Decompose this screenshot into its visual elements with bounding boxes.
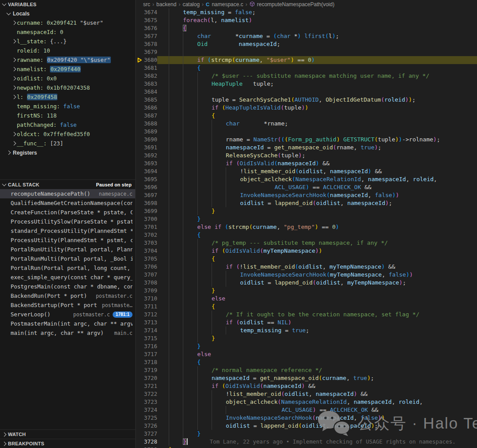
code-line[interactable]: 3723object_aclcheck(NamespaceRelationId,… — [137, 398, 477, 406]
code-line[interactable]: 3706if (!list_member_oid(oidlist, myTemp… — [137, 263, 477, 271]
code-line[interactable]: 3703/* pg_temp --- substitute temp names… — [137, 239, 477, 247]
variables-group-registers[interactable]: Registers — [0, 148, 135, 157]
line-gutter[interactable]: 3727 — [137, 430, 157, 438]
line-number[interactable]: 3687 — [144, 112, 157, 120]
line-number[interactable]: 3692 — [144, 152, 157, 159]
stack-frame[interactable]: ServerLoop()postmaster.c1781:1 — [0, 310, 136, 319]
code-line[interactable]: 3696 ACL_USAGE) == ACLCHECK_OK && — [137, 183, 477, 191]
code-line[interactable]: 3689 — [137, 128, 477, 136]
variables-group-locals[interactable]: Locals — [0, 9, 135, 18]
stack-frame[interactable]: PostgresMain(const char * dbname, const … — [0, 282, 136, 291]
code-line[interactable]: 3711{ — [137, 303, 477, 311]
stack-frame[interactable]: main(int argc, char ** argv)main.c — [0, 328, 136, 338]
line-number[interactable]: 3689 — [144, 128, 157, 136]
line-gutter[interactable]: 3674 — [137, 8, 157, 16]
line-gutter[interactable]: 3698 — [137, 199, 157, 207]
code-line[interactable]: 3677char *curname = (char *) lfirst(l); — [137, 32, 477, 40]
code-line[interactable]: 3708oidlist = lappend_oid(oidlist, myTem… — [137, 279, 477, 287]
twistie-icon[interactable] — [11, 95, 17, 99]
line-gutter[interactable]: 3723 — [137, 398, 157, 406]
stack-frame[interactable]: BackendRun(Port * port)postmaster.c — [0, 291, 136, 300]
line-gutter[interactable]: 3676 — [137, 24, 157, 32]
code-line[interactable]: 3694!list_member_oid(oidlist, namespaceI… — [137, 167, 477, 175]
line-number[interactable]: 3721 — [144, 382, 157, 390]
variable-row[interactable]: firstNS: 118 — [0, 111, 135, 120]
code-line[interactable]: 3693if (OidIsValid(namespaceId) && — [137, 159, 477, 167]
variables-section-header[interactable]: VARIABLES — [0, 0, 135, 9]
code-line[interactable]: 3699} — [137, 207, 477, 215]
line-gutter[interactable]: 3680 — [137, 56, 157, 64]
code-line[interactable]: 3725InvokeNamespaceSearchHook(namespaceI… — [137, 414, 477, 422]
line-number[interactable]: 3700 — [144, 215, 157, 223]
line-gutter[interactable]: 3689 — [137, 128, 157, 136]
line-gutter[interactable]: 3716 — [137, 342, 157, 350]
line-number[interactable]: 3698 — [144, 199, 157, 207]
line-number[interactable]: 3723 — [144, 398, 157, 406]
line-gutter[interactable]: 3677 — [137, 32, 157, 40]
code-line[interactable]: 3685tuple = SearchSysCache1(AUTHOID, Obj… — [137, 96, 477, 104]
line-number[interactable]: 3679 — [144, 48, 157, 56]
twistie-icon[interactable] — [11, 68, 17, 71]
variable-row[interactable]: newpath: 0x1bf02074358 — [0, 83, 135, 92]
line-gutter[interactable]: 3678 — [137, 40, 157, 48]
line-number[interactable]: 3680 — [144, 56, 157, 64]
line-number[interactable]: 3705 — [144, 255, 157, 263]
breakpoints-section-header[interactable]: BREAKPOINTS — [0, 439, 136, 448]
code-line[interactable]: 3715} — [137, 334, 477, 342]
variable-row[interactable]: l: 0x209f458 — [0, 92, 135, 102]
line-number[interactable]: 3694 — [144, 167, 157, 175]
line-number[interactable]: 3710 — [144, 295, 157, 303]
code-line[interactable]: 3729} — [137, 446, 477, 448]
stack-frame[interactable]: ProcessUtilitySlow(ParseState * pstate, … — [0, 217, 136, 226]
twistie-icon[interactable] — [11, 86, 17, 89]
twistie-icon[interactable] — [11, 77, 17, 80]
line-gutter[interactable]: 3697 — [137, 191, 157, 199]
line-number[interactable]: 3674 — [144, 8, 157, 16]
line-gutter[interactable]: 3695 — [137, 175, 157, 183]
line-gutter[interactable]: 3715 — [137, 334, 157, 342]
line-number[interactable]: 3703 — [144, 239, 157, 247]
line-gutter[interactable]: 3706 — [137, 263, 157, 271]
code-line[interactable]: 3702{ — [137, 231, 477, 239]
line-gutter[interactable]: 3687 — [137, 112, 157, 120]
line-gutter[interactable]: 3710 — [137, 295, 157, 303]
code-line[interactable]: 3718{ — [137, 358, 477, 366]
line-number[interactable]: 3707 — [144, 271, 157, 279]
code-line[interactable]: 3684 — [137, 88, 477, 96]
line-number[interactable]: 3697 — [144, 191, 157, 199]
breadcrumb-item[interactable]: src — [143, 1, 150, 8]
line-gutter[interactable]: 3703 — [137, 239, 157, 247]
code-line[interactable]: 3727} — [137, 430, 477, 438]
line-number[interactable]: 3677 — [144, 32, 157, 40]
line-number[interactable]: 3702 — [144, 231, 157, 239]
stack-frame[interactable]: QualifiedNameGetCreationNamespace(const … — [0, 198, 136, 208]
line-gutter[interactable]: 3702 — [137, 231, 157, 239]
line-number[interactable]: 3696 — [144, 183, 157, 191]
line-gutter[interactable]: 3699 — [137, 207, 157, 215]
line-number[interactable]: 3676 — [144, 24, 157, 32]
variable-row[interactable]: __func__: [23] — [0, 139, 135, 148]
line-gutter[interactable]: 3704 — [137, 247, 157, 255]
stack-frame[interactable]: standard_ProcessUtility(PlannedStmt * ps… — [0, 226, 136, 235]
line-number[interactable]: 3675 — [144, 16, 157, 24]
line-number[interactable]: 3684 — [144, 88, 157, 96]
code-line[interactable]: 3683HeapTuple tuple; — [137, 80, 477, 88]
line-number[interactable]: 3688 — [144, 120, 157, 128]
line-number[interactable]: 3712 — [144, 311, 157, 319]
variable-row[interactable]: curname: 0x209f421 "$user" — [0, 18, 135, 27]
line-number[interactable]: 3681 — [144, 64, 157, 72]
line-gutter[interactable]: 3719 — [137, 366, 157, 374]
line-number[interactable]: 3716 — [144, 342, 157, 350]
twistie-icon[interactable] — [11, 21, 17, 24]
line-gutter[interactable]: 3729 — [137, 446, 157, 448]
line-gutter[interactable]: 3709 — [137, 287, 157, 295]
line-number[interactable]: 3693 — [144, 159, 157, 167]
line-gutter[interactable]: 3690 — [137, 136, 157, 144]
line-gutter[interactable]: 3714 — [137, 327, 157, 334]
line-gutter[interactable]: 3725 — [137, 414, 157, 422]
code-line[interactable]: 3680if (strcmp(curname, "$user") == 0) — [137, 56, 477, 64]
breadcrumb-item[interactable]: backend — [156, 1, 176, 8]
code-line[interactable]: 3681{ — [137, 64, 477, 72]
call-stack-section-header[interactable]: CALL STACK Paused on step — [0, 179, 136, 189]
line-gutter[interactable]: 3711 — [137, 303, 157, 311]
